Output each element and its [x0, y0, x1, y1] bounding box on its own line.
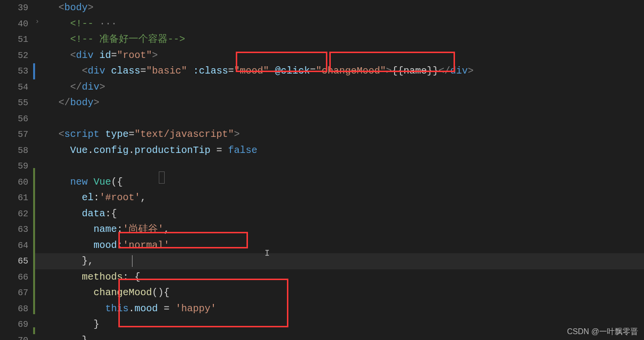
change-marker — [33, 327, 35, 334]
text-caret — [132, 255, 133, 267]
code-line[interactable]: Vue.config.productionTip = false — [47, 143, 644, 159]
code-line[interactable]: el:'#root', — [47, 190, 644, 206]
annotation-box — [329, 52, 455, 72]
change-marker — [33, 168, 35, 314]
line-number: 62 — [0, 206, 34, 222]
change-marker — [33, 63, 35, 79]
code-line[interactable] — [47, 158, 644, 174]
annotation-box — [236, 52, 327, 72]
line-number: 54 — [0, 79, 34, 95]
line-number: 51 — [0, 32, 34, 48]
code-line[interactable]: }, — [47, 333, 644, 340]
bracket-match-highlight — [159, 171, 165, 184]
line-number: 66 — [0, 269, 34, 285]
line-number: 61 — [0, 190, 34, 206]
code-line[interactable]: <body> — [47, 0, 644, 16]
line-number: 60 — [0, 174, 34, 190]
line-number: 52 — [0, 48, 34, 64]
code-line[interactable] — [47, 111, 644, 127]
line-number: 39 — [0, 0, 34, 16]
code-line[interactable]: </div> — [47, 79, 644, 95]
line-number: 53 — [0, 63, 34, 79]
code-line[interactable]: data:{ — [47, 206, 644, 222]
line-number: 59 — [0, 158, 34, 174]
code-line[interactable]: </body> — [47, 95, 644, 111]
line-number: 67 — [0, 285, 34, 301]
mouse-cursor-icon: I — [265, 248, 270, 258]
line-gutter: 39 40 51 52 53 54 55 56 57 58 59 60 61 6… — [0, 0, 34, 340]
line-number: 40 — [0, 16, 34, 32]
line-number: 56 — [0, 111, 34, 127]
code-line[interactable]: }, — [47, 253, 644, 269]
line-number: 70 — [0, 333, 34, 340]
code-line[interactable]: <script type="text/javascript"> — [47, 127, 644, 143]
code-editor: 39 40 51 52 53 54 55 56 57 58 59 60 61 6… — [0, 0, 644, 340]
code-line[interactable]: <!-- 准备好一个容器--> — [47, 32, 644, 48]
line-number: 65 — [0, 253, 34, 269]
watermark-text: CSDN @一叶飘零晋 — [567, 327, 638, 337]
line-number: 69 — [0, 317, 34, 333]
code-line[interactable]: <!-- ··· — [47, 16, 644, 32]
code-content[interactable]: I <body> <!-- ··· <!-- 准备好一个容器--> <div i… — [34, 0, 644, 340]
line-number: 57 — [0, 127, 34, 143]
line-number: 68 — [0, 301, 34, 317]
annotation-box — [118, 279, 288, 327]
line-number: 63 — [0, 222, 34, 238]
code-line[interactable]: new Vue({ — [47, 174, 644, 190]
line-number: 55 — [0, 95, 34, 111]
line-number: 64 — [0, 238, 34, 254]
line-number: 58 — [0, 143, 34, 159]
annotation-box — [118, 232, 248, 248]
